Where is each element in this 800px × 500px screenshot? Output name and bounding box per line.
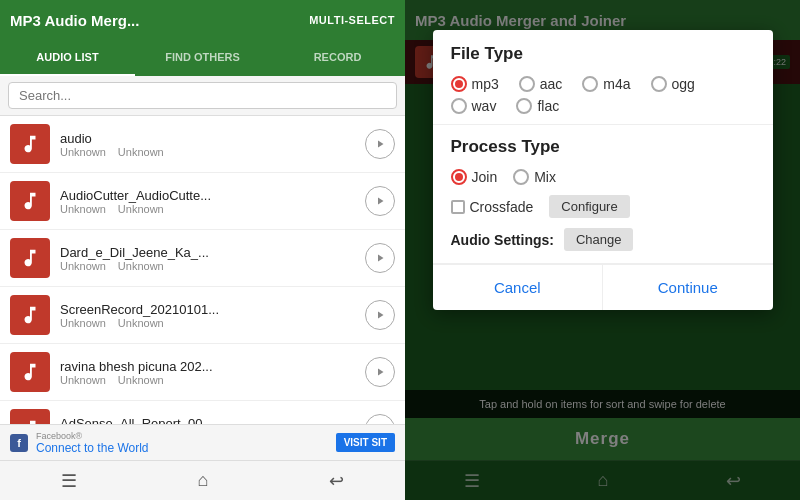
label-mix: Mix <box>534 169 556 185</box>
label-join: Join <box>472 169 498 185</box>
label-m4a: m4a <box>603 76 630 92</box>
process-mix[interactable]: Mix <box>513 169 556 185</box>
audio-settings-label: Audio Settings: <box>451 232 554 248</box>
label-aac: aac <box>540 76 563 92</box>
radio-ogg[interactable] <box>651 76 667 92</box>
audio-item-info: AdSense_All_Report_00_... Unknown Unknow… <box>60 416 357 425</box>
multi-select-button[interactable]: MULTI-SELECT <box>309 14 395 26</box>
audio-item-icon <box>10 352 50 392</box>
file-type-wav[interactable]: wav <box>451 98 497 114</box>
radio-aac[interactable] <box>519 76 535 92</box>
left-nav-bar: ☰ ⌂ ↩ <box>0 460 405 500</box>
audio-item-info: ravina bhesh picuna 202... Unknown Unkno… <box>60 359 357 386</box>
dialog-overlay: File Type mp3 aac m4a <box>405 0 800 500</box>
configure-button[interactable]: Configure <box>549 195 629 218</box>
file-type-mp3[interactable]: mp3 <box>451 76 499 92</box>
audio-play-button[interactable] <box>365 186 395 216</box>
audio-play-button[interactable] <box>365 414 395 424</box>
search-input[interactable] <box>8 82 397 109</box>
radio-mix[interactable] <box>513 169 529 185</box>
ad-brand: Facebook® <box>36 431 149 441</box>
audio-item[interactable]: Dard_e_Dil_Jeene_Ka_... Unknown Unknown <box>0 230 405 287</box>
visit-site-button[interactable]: VISIT SIT <box>336 433 395 452</box>
label-wav: wav <box>472 98 497 114</box>
tab-find-others[interactable]: FIND OTHERS <box>135 40 270 76</box>
crossfade-row: Crossfade Configure <box>451 195 755 218</box>
tab-record[interactable]: RECORD <box>270 40 405 76</box>
audio-item-meta: Unknown Unknown <box>60 203 357 215</box>
radio-m4a[interactable] <box>582 76 598 92</box>
audio-item-meta: Unknown Unknown <box>60 146 357 158</box>
label-mp3: mp3 <box>472 76 499 92</box>
audio-item-icon <box>10 238 50 278</box>
file-type-radio-group: mp3 aac m4a ogg <box>451 76 755 114</box>
file-type-aac[interactable]: aac <box>519 76 563 92</box>
audio-item[interactable]: AudioCutter_AudioCutte... Unknown Unknow… <box>0 173 405 230</box>
crossfade-checkbox[interactable]: Crossfade <box>451 199 534 215</box>
audio-item-info: ScreenRecord_20210101... Unknown Unknown <box>60 302 357 329</box>
audio-play-button[interactable] <box>365 129 395 159</box>
file-type-dialog: File Type mp3 aac m4a <box>433 30 773 310</box>
audio-item-info: Dard_e_Dil_Jeene_Ka_... Unknown Unknown <box>60 245 357 272</box>
audio-item-info: AudioCutter_AudioCutte... Unknown Unknow… <box>60 188 357 215</box>
left-back-icon[interactable]: ↩ <box>329 470 344 492</box>
process-type-title: Process Type <box>451 137 755 157</box>
tab-audio-list[interactable]: AUDIO LIST <box>0 40 135 76</box>
audio-item-icon <box>10 295 50 335</box>
audio-item-name: AudioCutter_AudioCutte... <box>60 188 357 203</box>
audio-meta-1: Unknown <box>60 317 106 329</box>
cancel-button[interactable]: Cancel <box>433 265 604 310</box>
crossfade-label: Crossfade <box>470 199 534 215</box>
audio-item-meta: Unknown Unknown <box>60 374 357 386</box>
audio-item-meta: Unknown Unknown <box>60 317 357 329</box>
audio-item-icon <box>10 181 50 221</box>
radio-wav[interactable] <box>451 98 467 114</box>
radio-flac[interactable] <box>516 98 532 114</box>
audio-item[interactable]: AdSense_All_Report_00_... Unknown Unknow… <box>0 401 405 424</box>
audio-item[interactable]: ScreenRecord_20210101... Unknown Unknown <box>0 287 405 344</box>
label-flac: flac <box>537 98 559 114</box>
search-bar <box>0 76 405 116</box>
audio-item[interactable]: ravina bhesh picuna 202... Unknown Unkno… <box>0 344 405 401</box>
audio-play-button[interactable] <box>365 243 395 273</box>
ad-title: Connect to the World <box>36 441 149 455</box>
ad-banner: f Facebook® Connect to the World VISIT S… <box>0 424 405 460</box>
audio-meta-1: Unknown <box>60 260 106 272</box>
audio-meta-2: Unknown <box>118 203 164 215</box>
audio-meta-1: Unknown <box>60 146 106 158</box>
audio-meta-1: Unknown <box>60 374 106 386</box>
audio-play-button[interactable] <box>365 357 395 387</box>
file-type-flac[interactable]: flac <box>516 98 559 114</box>
audio-item-meta: Unknown Unknown <box>60 260 357 272</box>
audio-settings-row: Audio Settings: Change <box>451 228 755 251</box>
dialog-actions: Cancel Continue <box>433 264 773 310</box>
change-button[interactable]: Change <box>564 228 634 251</box>
radio-join[interactable] <box>451 169 467 185</box>
audio-list: audio Unknown Unknown AudioCutter_AudioC… <box>0 116 405 424</box>
checkbox-crossfade[interactable] <box>451 200 465 214</box>
audio-item-name: AdSense_All_Report_00_... <box>60 416 357 425</box>
file-type-ogg[interactable]: ogg <box>651 76 695 92</box>
process-type-section: Process Type Join Mix Crossfade <box>433 125 773 264</box>
process-join[interactable]: Join <box>451 169 498 185</box>
label-ogg: ogg <box>672 76 695 92</box>
audio-item-name: audio <box>60 131 357 146</box>
audio-item-icon <box>10 409 50 424</box>
continue-button[interactable]: Continue <box>603 265 773 310</box>
audio-item-info: audio Unknown Unknown <box>60 131 357 158</box>
audio-meta-2: Unknown <box>118 317 164 329</box>
left-panel: MP3 Audio Merg... MULTI-SELECT AUDIO LIS… <box>0 0 405 500</box>
process-type-row: Join Mix <box>451 169 755 185</box>
left-home-icon[interactable]: ⌂ <box>198 470 209 491</box>
audio-item[interactable]: audio Unknown Unknown <box>0 116 405 173</box>
left-menu-icon[interactable]: ☰ <box>61 470 77 492</box>
audio-item-name: ScreenRecord_20210101... <box>60 302 357 317</box>
facebook-icon: f <box>10 434 28 452</box>
audio-meta-1: Unknown <box>60 203 106 215</box>
radio-mp3[interactable] <box>451 76 467 92</box>
audio-item-icon <box>10 124 50 164</box>
tab-bar: AUDIO LIST FIND OTHERS RECORD <box>0 40 405 76</box>
ad-text: Facebook® Connect to the World <box>36 431 149 455</box>
audio-play-button[interactable] <box>365 300 395 330</box>
file-type-m4a[interactable]: m4a <box>582 76 630 92</box>
